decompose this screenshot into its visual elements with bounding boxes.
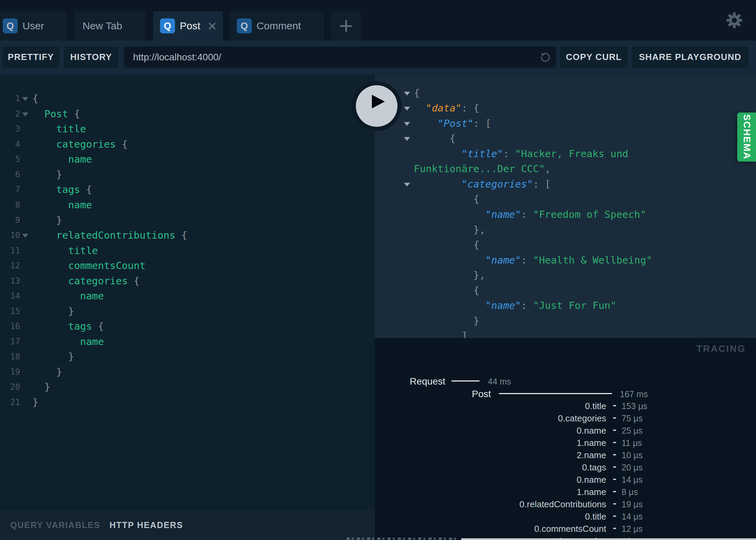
tracing-row: 1.name8 μs	[375, 485, 756, 498]
http-headers-tab[interactable]: HTTP HEADERS	[110, 510, 183, 540]
code-token: "title"	[462, 148, 503, 160]
code-token	[32, 138, 56, 150]
code-token: "name"	[485, 254, 521, 266]
tracing-row-duration: 11 μs	[622, 438, 642, 448]
code-token	[32, 320, 68, 332]
tab-label: Comment	[257, 20, 301, 32]
tracing-row-duration: 8 μs	[622, 487, 638, 497]
code-token: },	[414, 269, 485, 281]
tab-user[interactable]: QUser	[0, 11, 67, 41]
fold-arrow-icon[interactable]	[404, 183, 410, 186]
query-line: 7 tags {	[0, 182, 375, 197]
code-line-text: title	[32, 121, 86, 137]
response-line: {	[375, 131, 756, 146]
query-line: 2 Post {	[0, 106, 375, 122]
query-line: 14 name	[0, 288, 375, 304]
code-token	[32, 275, 68, 287]
query-line: 15 }	[0, 304, 375, 319]
response-line: }	[375, 313, 756, 329]
tab-comment[interactable]: QComment	[230, 11, 324, 41]
code-token: }	[32, 169, 62, 180]
code-token	[414, 254, 485, 266]
tracing-row-duration: 167 ms	[620, 389, 648, 399]
copy-curl-button[interactable]: COPY CURL	[560, 46, 628, 68]
endpoint-url-input[interactable]: http://localhost:4000/	[124, 46, 556, 68]
tracing-row-bar	[613, 454, 616, 455]
schema-tab[interactable]: SCHEMA	[737, 112, 756, 162]
code-line-text: {	[414, 131, 455, 146]
tab-close-icon[interactable]	[208, 21, 217, 30]
fold-arrow-icon[interactable]	[22, 112, 28, 116]
prettify-button[interactable]: PRETTIFY	[2, 46, 59, 68]
tracing-row-duration: 14 μs	[622, 475, 643, 485]
code-line-text: name	[32, 152, 92, 167]
code-token: }	[32, 366, 62, 378]
tracing-row-label: 0.commentsCount	[534, 524, 606, 534]
code-token: "Health & Wellbeing"	[533, 254, 652, 266]
line-number: 15	[0, 304, 20, 319]
code-line-text: Post {	[32, 106, 80, 122]
query-line: 13 categories {	[0, 273, 375, 289]
fold-arrow-icon[interactable]	[404, 122, 410, 126]
response-line: {	[375, 86, 756, 101]
code-token: Post	[44, 108, 68, 120]
tab-bar: QUserNew TabQPostQComment	[0, 0, 756, 41]
code-line-text: categories {	[32, 273, 140, 289]
query-line: 18 }	[0, 349, 375, 364]
share-playground-button[interactable]: SHARE PLAYGROUND	[632, 46, 748, 68]
response-line: "name": "Freedom of Speech"	[375, 207, 756, 222]
query-line: 1{	[0, 91, 375, 106]
code-token	[32, 290, 80, 302]
line-number: 2	[0, 106, 20, 122]
code-token: "Hacker, Freaks und	[515, 148, 628, 160]
tab-post[interactable]: QPost	[153, 11, 223, 41]
code-line-text: name	[32, 288, 104, 304]
fold-arrow-icon[interactable]	[22, 97, 28, 101]
fold-arrow-icon[interactable]	[404, 137, 410, 141]
fold-arrow-icon[interactable]	[22, 234, 28, 238]
code-line-text: tags {	[32, 319, 104, 334]
query-line: 16 tags {	[0, 319, 375, 334]
code-line-text: "name": "Health & Wellbeing"	[414, 253, 652, 268]
tracing-row: 0.title153 μs	[375, 400, 756, 412]
line-number: 14	[0, 288, 20, 304]
code-line-text: "title": "Hacker, Freaks und	[414, 146, 628, 162]
code-token: "categories"	[462, 178, 533, 190]
code-token: {	[32, 93, 38, 104]
code-line-text: categories {	[32, 137, 128, 152]
code-line-text: "Post": [	[414, 116, 491, 131]
tracing-row-label: 0.categories	[558, 413, 606, 424]
fold-arrow-icon[interactable]	[404, 92, 410, 95]
reload-icon[interactable]	[540, 51, 551, 63]
tracing-row-bar	[613, 515, 616, 517]
new-tab-button[interactable]	[331, 11, 361, 41]
fold-arrow-icon[interactable]	[404, 107, 410, 110]
query-badge: Q	[237, 18, 252, 33]
code-token	[32, 108, 44, 120]
query-variables-tab[interactable]: QUERY VARIABLES	[10, 510, 100, 540]
code-line-text: }	[32, 167, 62, 182]
line-number: 12	[0, 258, 20, 273]
tracing-row-label: 1.name	[577, 438, 606, 448]
tracing-row-label: 1.name	[577, 487, 606, 497]
tracing-row-duration: 10 μs	[622, 450, 643, 460]
query-editor[interactable]: 1{2 Post {3 title4 categories {5 name6 }…	[0, 75, 375, 510]
settings-gear-icon[interactable]	[726, 12, 743, 29]
query-line: 19 }	[0, 364, 375, 380]
code-token: {	[92, 320, 104, 332]
execute-button[interactable]	[352, 81, 402, 131]
code-line-text: }	[32, 349, 74, 364]
line-number: 13	[0, 273, 20, 289]
history-button[interactable]: HISTORY	[64, 46, 118, 68]
code-token: {	[414, 239, 479, 251]
code-token: {	[414, 133, 455, 144]
response-line: Funktionäre...Der CCC",	[375, 161, 756, 177]
tracing-title: TRACING	[696, 343, 746, 354]
tab-new-tab[interactable]: New Tab	[74, 11, 146, 41]
tracing-row-label: 0.name	[577, 475, 606, 485]
line-number: 1	[0, 91, 20, 106]
code-token: "Just For Fun"	[533, 300, 616, 311]
tracing-row-bar	[613, 479, 616, 480]
plus-icon	[340, 20, 352, 32]
tracing-row-duration: 75 μs	[622, 414, 643, 423]
